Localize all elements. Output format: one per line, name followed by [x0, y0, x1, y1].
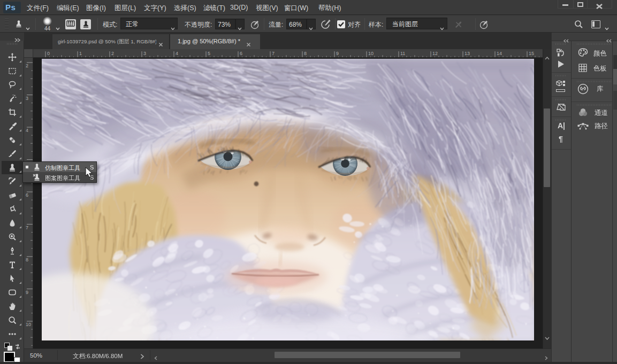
- svg-text:6: 6: [240, 51, 242, 56]
- svg-text:13: 13: [464, 51, 470, 56]
- svg-text:2: 2: [26, 63, 28, 68]
- svg-text:3: 3: [143, 51, 146, 56]
- svg-text:7: 7: [272, 51, 275, 56]
- svg-text:0: 0: [47, 51, 50, 56]
- svg-text:14: 14: [497, 51, 502, 56]
- svg-text:9: 9: [26, 290, 28, 295]
- svg-text:2: 2: [111, 51, 114, 56]
- svg-text:4: 4: [176, 51, 178, 56]
- svg-text:8: 8: [26, 257, 28, 262]
- svg-text:3: 3: [26, 96, 28, 101]
- svg-text:8: 8: [304, 51, 307, 56]
- svg-text:4: 4: [26, 128, 28, 133]
- svg-text:12: 12: [432, 51, 438, 56]
- svg-text:7: 7: [26, 225, 28, 230]
- svg-text:10: 10: [368, 51, 374, 56]
- svg-text:11: 11: [400, 51, 405, 56]
- svg-text:9: 9: [336, 51, 339, 56]
- svg-text:5: 5: [208, 51, 210, 56]
- svg-text:15: 15: [529, 51, 534, 56]
- svg-text:10: 10: [26, 322, 31, 327]
- svg-text:6: 6: [26, 192, 28, 198]
- svg-text:1: 1: [79, 51, 82, 56]
